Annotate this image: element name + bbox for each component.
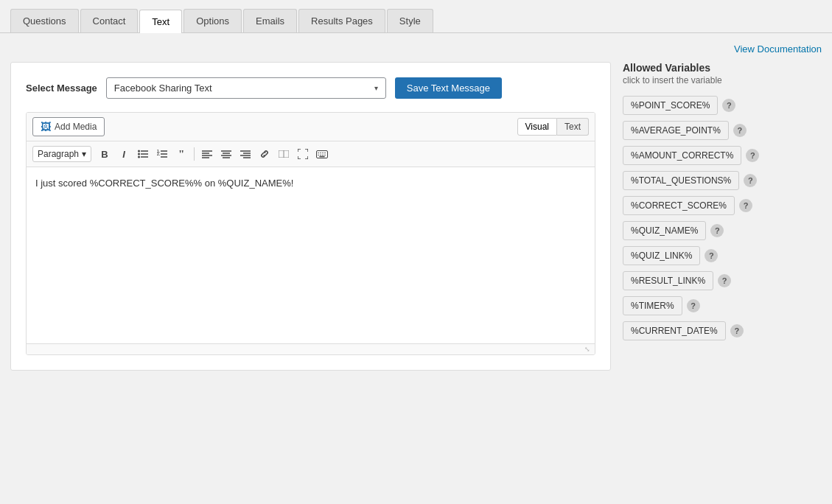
resize-handle-icon[interactable]: ⤡ — [584, 346, 592, 353]
variable-tag-timer[interactable]: %TIMER% — [623, 296, 682, 315]
align-center-button[interactable] — [217, 145, 235, 163]
tab-emails[interactable]: Emails — [243, 9, 297, 32]
paragraph-select-label: Paragraph — [38, 149, 79, 159]
help-icon-amount-correct[interactable]: ? — [746, 149, 759, 162]
left-card: Select Message Facebook Sharing Text ▾ S… — [10, 62, 611, 371]
editor-content: I just scored %CORRECT_SCORE%% on %QUIZ_… — [35, 178, 293, 189]
dropdown-arrow-icon: ▾ — [374, 84, 378, 92]
select-message-dropdown[interactable]: Facebook Sharing Text ▾ — [106, 77, 386, 99]
help-icon-quiz-link[interactable]: ? — [705, 249, 718, 262]
tab-options[interactable]: Options — [183, 9, 242, 32]
help-icon-result-link[interactable]: ? — [718, 274, 731, 287]
variable-tag-average-point[interactable]: %AVERAGE_POINT% — [623, 121, 729, 140]
allowed-variables-subtitle: click to insert the variable — [623, 75, 822, 85]
select-message-row: Select Message Facebook Sharing Text ▾ S… — [26, 77, 595, 99]
editor-toolbar-top: 🖼 Add Media Visual Text — [27, 113, 595, 141]
variable-tag-correct-score[interactable]: %CORRECT_SCORE% — [623, 196, 735, 215]
link-button[interactable] — [256, 145, 273, 163]
svg-point-3 — [138, 150, 140, 153]
tab-text[interactable]: Text — [139, 10, 182, 33]
tab-questions[interactable]: Questions — [10, 9, 79, 32]
help-icon-current-date[interactable]: ? — [730, 324, 744, 337]
help-icon-total-questions[interactable]: ? — [744, 174, 757, 187]
visual-text-tabs: Visual Text — [517, 118, 589, 136]
main-panel: Select Message Facebook Sharing Text ▾ S… — [10, 62, 822, 371]
var-row-0: %POINT_SCORE% ? — [623, 96, 822, 115]
paragraph-select[interactable]: Paragraph ▾ — [32, 146, 91, 162]
ordered-list-button[interactable]: 1.2. — [153, 145, 171, 163]
tab-visual[interactable]: Visual — [517, 118, 557, 136]
fullscreen-button[interactable] — [294, 145, 312, 163]
variable-tag-current-date[interactable]: %CURRENT_DATE% — [623, 321, 726, 340]
help-icon-average-point[interactable]: ? — [733, 124, 747, 137]
var-row-9: %CURRENT_DATE% ? — [623, 321, 822, 340]
align-left-button[interactable] — [198, 145, 216, 163]
paragraph-select-arrow: ▾ — [82, 149, 86, 159]
editor-body[interactable]: I just scored %CORRECT_SCORE%% on %QUIZ_… — [27, 167, 595, 344]
variable-tag-result-link[interactable]: %RESULT_LINK% — [623, 271, 713, 290]
svg-text:2.: 2. — [157, 152, 161, 156]
right-sidebar: Allowed Variables click to insert the va… — [623, 62, 822, 346]
format-toolbar: Paragraph ▾ B I 1.2. " — [27, 141, 595, 167]
help-icon-timer[interactable]: ? — [687, 299, 700, 312]
var-row-4: %CORRECT_SCORE% ? — [623, 196, 822, 215]
add-media-icon: 🖼 — [41, 121, 51, 133]
bold-button[interactable]: B — [96, 145, 113, 163]
italic-button[interactable]: I — [115, 145, 133, 163]
more-button[interactable] — [275, 145, 293, 163]
variable-tag-point-score[interactable]: %POINT_SCORE% — [623, 96, 718, 115]
content-area: View Documentation Select Message Facebo… — [0, 33, 832, 381]
var-row-8: %TIMER% ? — [623, 296, 822, 315]
tabs-bar: Questions Contact Text Options Emails Re… — [0, 0, 832, 33]
variable-tag-quiz-name[interactable]: %QUIZ_NAME% — [623, 221, 706, 240]
selected-message-value: Facebook Sharing Text — [114, 83, 212, 94]
tab-style[interactable]: Style — [387, 9, 433, 32]
var-row-5: %QUIZ_NAME% ? — [623, 221, 822, 240]
unordered-list-button[interactable] — [134, 145, 152, 163]
svg-point-5 — [138, 156, 140, 158]
keyboard-button[interactable] — [313, 145, 331, 163]
editor-footer: ⤡ — [27, 344, 595, 354]
allowed-variables-title: Allowed Variables — [623, 62, 822, 74]
tab-results-pages[interactable]: Results Pages — [298, 9, 385, 32]
tab-text-mode[interactable]: Text — [557, 118, 589, 136]
align-right-button[interactable] — [237, 145, 254, 163]
save-text-message-button[interactable]: Save Text Message — [395, 77, 502, 99]
var-row-3: %TOTAL_QUESTIONS% ? — [623, 171, 822, 190]
variable-tag-quiz-link[interactable]: %QUIZ_LINK% — [623, 246, 700, 265]
blockquote-button[interactable]: " — [172, 145, 190, 163]
add-media-label: Add Media — [55, 122, 97, 132]
svg-point-4 — [138, 153, 140, 155]
var-row-1: %AVERAGE_POINT% ? — [623, 121, 822, 140]
variable-tag-total-questions[interactable]: %TOTAL_QUESTIONS% — [623, 171, 739, 190]
editor-container: 🖼 Add Media Visual Text Paragraph ▾ — [26, 112, 595, 355]
help-icon-point-score[interactable]: ? — [722, 99, 735, 112]
toolbar-separator-1 — [194, 147, 195, 161]
select-message-label: Select Message — [26, 83, 97, 94]
help-icon-quiz-name[interactable]: ? — [710, 224, 724, 237]
variable-tag-amount-correct[interactable]: %AMOUNT_CORRECT% — [623, 146, 741, 165]
view-doc-row: View Documentation — [10, 43, 822, 55]
var-row-7: %RESULT_LINK% ? — [623, 271, 822, 290]
add-media-button[interactable]: 🖼 Add Media — [32, 117, 105, 136]
help-icon-correct-score[interactable]: ? — [739, 199, 752, 212]
view-documentation-link[interactable]: View Documentation — [734, 43, 822, 55]
tab-contact[interactable]: Contact — [80, 9, 139, 32]
var-row-2: %AMOUNT_CORRECT% ? — [623, 146, 822, 165]
var-row-6: %QUIZ_LINK% ? — [623, 246, 822, 265]
